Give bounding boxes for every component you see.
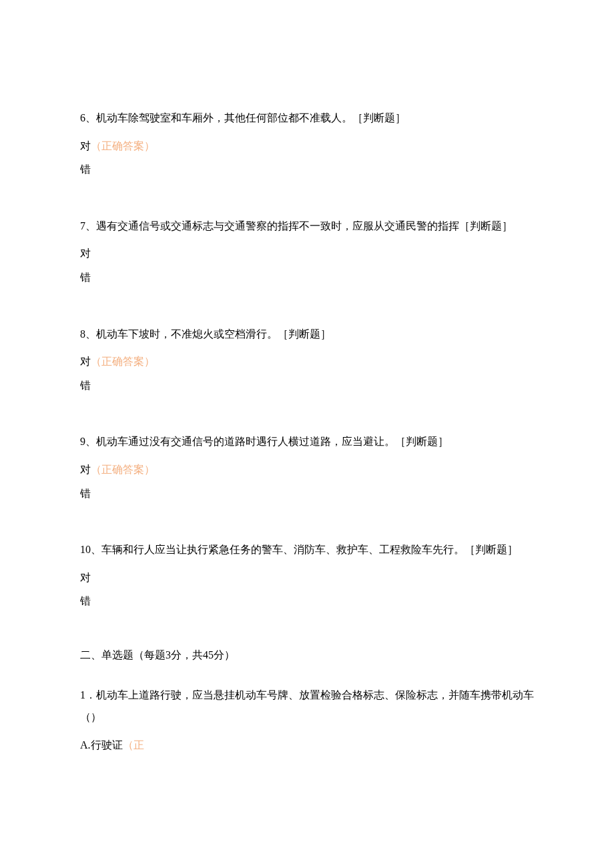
option-false-label: 错 xyxy=(80,488,91,499)
option-true-label: 对 xyxy=(80,464,91,475)
section-2-header: 二、单选题（每题3分，共45分） xyxy=(80,646,534,664)
question-8: 8、机动车下坡时，不准熄火或空档滑行。［判断题］ 对（正确答案） 错 xyxy=(80,323,534,394)
option-true-label: 对 xyxy=(80,140,91,151)
question-body: 遇有交通信号或交通标志与交通警察的指挥不一致时，应服从交通民警的指挥［判断题］ xyxy=(96,220,513,232)
question-10-text: 10、车辆和行人应当让执行紧急任务的警车、消防车、救护车、工程救险车先行。［判断… xyxy=(80,538,534,561)
question-body: 车辆和行人应当让执行紧急任务的警车、消防车、救护车、工程救险车先行。［判断题］ xyxy=(101,544,518,555)
question-body: 机动车下坡时，不准熄火或空档滑行。［判断题］ xyxy=(96,328,331,340)
option-true-label: 对 xyxy=(80,572,91,583)
question-10-option-false: 错 xyxy=(80,592,534,610)
section-2-title: 二、单选题（每题3分，共45分） xyxy=(80,649,235,661)
question-8-option-true: 对（正确答案） xyxy=(80,353,534,370)
option-true-label: 对 xyxy=(80,248,91,259)
question-body: 机动车上道路行驶，应当悬挂机动车号牌、放置检验合格标志、保险标志，并随车携带机动… xyxy=(80,689,534,723)
question-9: 9、机动车通过没有交通信号的道路时遇行人横过道路，应当避让。［判断题］ 对（正确… xyxy=(80,430,534,502)
correct-answer-marker: （正确答案） xyxy=(91,140,155,151)
question-body: 机动车除驾驶室和车厢外，其他任何部位都不准载人。［判断题］ xyxy=(96,112,406,123)
question-number: 10、 xyxy=(80,544,101,555)
question-9-text: 9、机动车通过没有交通信号的道路时遇行人横过道路，应当避让。［判断题］ xyxy=(80,430,534,453)
question-9-option-true: 对（正确答案） xyxy=(80,461,534,478)
option-false-label: 错 xyxy=(80,272,91,283)
question-number: 1． xyxy=(80,689,96,701)
mc-question-1-text: 1．机动车上道路行驶，应当悬挂机动车号牌、放置检验合格标志、保险标志，并随车携带… xyxy=(80,684,534,729)
question-8-text: 8、机动车下坡时，不准熄火或空档滑行。［判断题］ xyxy=(80,323,534,346)
question-number: 8、 xyxy=(80,328,96,340)
question-10: 10、车辆和行人应当让执行紧急任务的警车、消防车、救护车、工程救险车先行。［判断… xyxy=(80,538,534,610)
correct-answer-marker: （正 xyxy=(123,739,144,751)
question-6-option-false: 错 xyxy=(80,161,534,178)
question-6-text: 6、机动车除驾驶室和车厢外，其他任何部位都不准载人。［判断题］ xyxy=(80,107,534,129)
correct-answer-marker: （正确答案） xyxy=(91,356,155,367)
option-false-label: 错 xyxy=(80,163,91,175)
question-body: 机动车通过没有交通信号的道路时遇行人横过道路，应当避让。［判断题］ xyxy=(96,436,448,447)
mc-question-1-option-a: A.行驶证（正 xyxy=(80,737,534,754)
option-a-label: A.行驶证 xyxy=(80,739,123,751)
option-false-label: 错 xyxy=(80,595,91,606)
question-6-option-true: 对（正确答案） xyxy=(80,137,534,155)
question-7-option-false: 错 xyxy=(80,269,534,286)
question-9-option-false: 错 xyxy=(80,485,534,502)
correct-answer-marker: （正确答案） xyxy=(91,464,155,475)
option-false-label: 错 xyxy=(80,380,91,391)
question-7: 7、遇有交通信号或交通标志与交通警察的指挥不一致时，应服从交通民警的指挥［判断题… xyxy=(80,215,534,286)
question-number: 7、 xyxy=(80,220,96,232)
question-number: 9、 xyxy=(80,436,96,447)
question-7-text: 7、遇有交通信号或交通标志与交通警察的指挥不一致时，应服从交通民警的指挥［判断题… xyxy=(80,215,534,238)
question-8-option-false: 错 xyxy=(80,377,534,394)
question-number: 6、 xyxy=(80,112,96,123)
mc-question-1: 1．机动车上道路行驶，应当悬挂机动车号牌、放置检验合格标志、保险标志，并随车携带… xyxy=(80,684,534,754)
question-7-option-true: 对 xyxy=(80,245,534,262)
question-10-option-true: 对 xyxy=(80,569,534,586)
question-6: 6、机动车除驾驶室和车厢外，其他任何部位都不准载人。［判断题］ 对（正确答案） … xyxy=(80,107,534,178)
option-true-label: 对 xyxy=(80,356,91,367)
